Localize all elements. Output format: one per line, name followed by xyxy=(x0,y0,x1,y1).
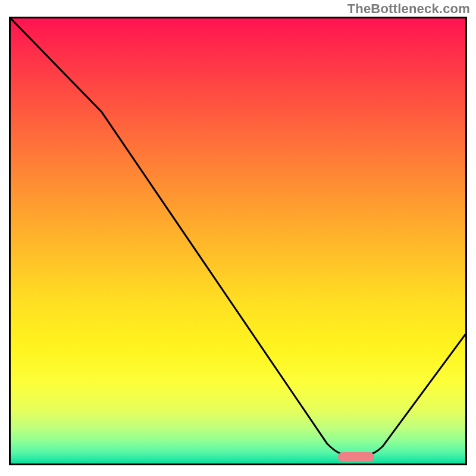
chart-container: TheBottleneck.com xyxy=(0,0,476,476)
bottleneck-curve xyxy=(11,18,465,464)
watermark-text: TheBottleneck.com xyxy=(347,1,470,17)
optimal-range-marker xyxy=(338,452,374,462)
plot-area xyxy=(9,17,467,465)
